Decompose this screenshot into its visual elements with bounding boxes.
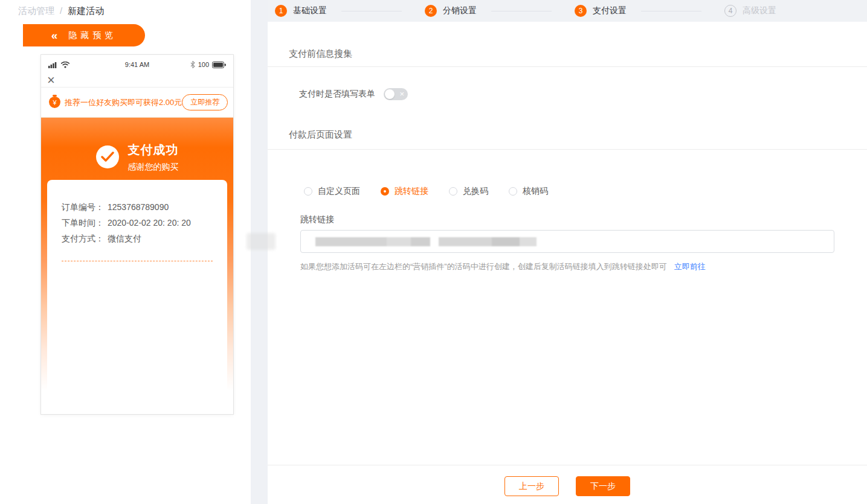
hint-text: 如果您想添加活码可在左边栏的“营销插件”的活码中进行创建，创建后复制活码链接填入… [300,261,667,272]
section-title-pre-payment-info: 支付前信息搜集 [289,48,352,60]
step-connector [341,11,402,11]
toggle-label: 支付时是否填写表单 [299,89,375,100]
panel-divider [251,0,268,504]
breadcrumb-separator: / [60,5,62,16]
step-number-badge: 1 [275,5,287,17]
radio-redeem-code[interactable]: 兑换码 [449,186,488,197]
hide-preview-button[interactable]: « 隐藏预览 [23,24,145,46]
toggle-off-icon: × [399,89,404,100]
refer-now-button[interactable]: 立即推荐 [182,94,228,110]
jump-link-hint: 如果您想添加活码可在左边栏的“营销插件”的活码中进行创建，创建后复制活码链接填入… [300,261,706,272]
fill-form-toggle[interactable]: × [384,88,408,100]
redaction-smudge [247,233,276,250]
preview-panel: « 隐藏预览 9:41 AM 100 [0,22,251,504]
check-circle-icon [96,145,119,168]
bluetooth-icon [190,61,195,68]
step-connector [491,11,552,11]
referral-banner: ¥ 推荐一位好友购买即可获得2.00元 立即推荐 [41,88,233,118]
referral-banner-text: 推荐一位好友购买即可获得2.00元 [65,97,182,108]
toggle-knob [385,89,395,99]
chevron-double-left-icon: « [51,30,58,41]
preview-close-row: × [41,69,233,88]
step-number-badge: 2 [425,5,437,17]
breadcrumb-bar: 活动管理 / 新建活动 [0,0,251,22]
wizard-footer: 上一步 下一步 [268,476,867,496]
money-bag-icon: ¥ [49,97,60,108]
section-divider [268,66,867,67]
payment-settings-panel: 支付前信息搜集 支付时是否填写表单 × 付款后页面设置 自定义页面 跳转链接 兑… [268,22,867,504]
radio-circle-icon [509,187,517,196]
breadcrumb-parent[interactable]: 活动管理 [18,5,54,17]
radio-jump-link[interactable]: 跳转链接 [381,186,428,197]
success-subtitle: 感谢您的购买 [128,162,179,173]
payment-success-section: 支付成功 感谢您的购买 订单编号： 1253768789090 下单时间： 20… [41,118,233,414]
step-payment-settings[interactable]: 3 支付设置 [575,5,724,17]
next-step-button[interactable]: 下一步 [576,476,630,496]
radio-circle-icon [449,187,457,196]
go-now-link[interactable]: 立即前往 [674,261,706,272]
dashed-divider [62,261,213,261]
battery-icon [212,62,226,68]
close-icon[interactable]: × [47,74,55,87]
success-title: 支付成功 [128,142,179,158]
phone-statusbar: 9:41 AM 100 [41,55,233,69]
previous-step-button[interactable]: 上一步 [504,476,559,496]
wifi-icon [61,62,69,68]
step-connector [641,11,701,11]
redacted-value [315,237,537,246]
signal-icon [48,62,58,68]
breadcrumb: 活动管理 / 新建活动 [18,5,104,17]
order-time-row: 下单时间： 2020-02-02 20: 20: 20 [62,215,213,231]
radio-custom-page[interactable]: 自定义页面 [304,186,360,197]
post-payment-page-options: 自定义页面 跳转链接 兑换码 核销码 [304,186,548,197]
step-number-badge: 3 [575,5,587,17]
jump-link-input[interactable] [300,230,834,253]
battery-percent-text: 100 [198,61,209,68]
radio-verification-code[interactable]: 核销码 [509,186,548,197]
section-title-post-payment-page: 付款后页面设置 [289,129,352,141]
footer-divider [268,465,867,465]
step-basic-settings[interactable]: 1 基础设置 [275,5,425,17]
wizard-stepper: 1 基础设置 2 分销设置 3 支付设置 4 高级设置 [275,0,776,22]
radio-circle-icon [381,187,389,196]
mobile-preview-frame: 9:41 AM 100 × ¥ 推荐一位好友购买即可获得2.00元 立即推荐 [40,54,234,415]
order-number-row: 订单编号： 1253768789090 [62,199,213,215]
section-divider [268,149,867,150]
payment-method-row: 支付方式： 微信支付 [62,231,213,246]
order-info-card: 订单编号： 1253768789090 下单时间： 2020-02-02 20:… [47,180,227,402]
breadcrumb-current: 新建活动 [68,5,104,17]
form-toggle-row: 支付时是否填写表单 × [299,88,408,100]
jump-link-label: 跳转链接 [300,214,334,225]
step-distribution-settings[interactable]: 2 分销设置 [425,5,575,17]
radio-circle-icon [304,187,312,196]
step-number-badge: 4 [724,5,736,17]
step-advanced-settings[interactable]: 4 高级设置 [724,5,776,17]
